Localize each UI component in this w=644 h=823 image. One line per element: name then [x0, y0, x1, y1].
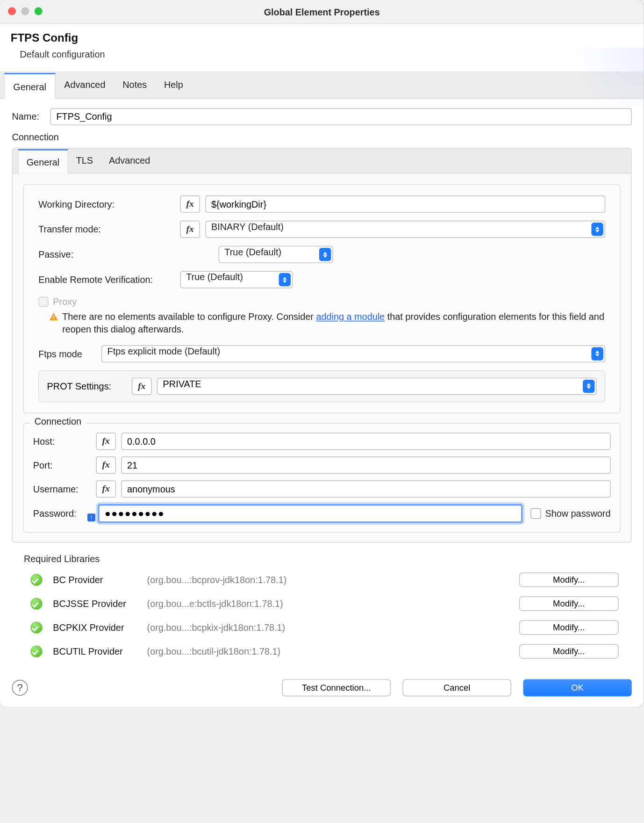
- dropdown-icon: [279, 273, 291, 286]
- fx-button-transfer[interactable]: fx: [180, 221, 200, 238]
- username-input[interactable]: [121, 480, 610, 498]
- window-close-button[interactable]: [8, 7, 16, 15]
- fx-button-prot[interactable]: fx: [132, 377, 152, 395]
- passive-value: True (Default): [219, 246, 333, 263]
- remote-verify-select[interactable]: True (Default): [180, 271, 293, 289]
- dropdown-icon: [583, 380, 595, 393]
- remote-verify-label: Enable Remote Verification:: [38, 274, 180, 285]
- test-connection-button[interactable]: Test Connection...: [282, 679, 391, 696]
- library-name: BCPKIX Provider: [53, 622, 144, 633]
- connection-section-label: Connection: [12, 132, 632, 143]
- page-heading: FTPS Config: [11, 32, 633, 45]
- library-row: BCUTIL Provider(org.bou...:bcutil-jdk18o…: [12, 639, 632, 663]
- show-password-checkbox[interactable]: [530, 508, 541, 519]
- tab-notes[interactable]: Notes: [114, 72, 156, 98]
- ok-check-icon: [30, 645, 43, 657]
- ftps-mode-label: Ftps mode: [38, 348, 101, 359]
- cancel-button[interactable]: Cancel: [403, 679, 511, 696]
- library-name: BCUTIL Provider: [53, 646, 144, 657]
- working-dir-label: Working Directory:: [38, 199, 180, 209]
- dropdown-icon: [591, 347, 603, 360]
- name-label: Name:: [12, 111, 50, 122]
- ok-check-icon: [30, 574, 43, 586]
- dropdown-icon: [591, 223, 603, 236]
- library-detail: (org.bou...:bcpkix-jdk18on:1.78.1): [147, 622, 517, 633]
- proxy-checkbox: [38, 296, 48, 306]
- tab-advanced[interactable]: Advanced: [56, 72, 114, 98]
- library-detail: (org.bou...:bcutil-jdk18on:1.78.1): [147, 646, 517, 657]
- add-module-link[interactable]: adding a module: [316, 311, 385, 322]
- prot-settings-label: PROT Settings:: [47, 381, 132, 391]
- ftps-mode-value: Ftps explicit mode (Default): [101, 345, 605, 362]
- fx-button-host[interactable]: fx: [96, 433, 116, 450]
- modify-button[interactable]: Modify...: [519, 572, 619, 587]
- info-badge-icon: i: [87, 513, 95, 521]
- connection-legend: Connection: [30, 416, 85, 427]
- transfer-mode-select[interactable]: BINARY (Default): [205, 221, 605, 238]
- warning-icon: [49, 312, 58, 321]
- window-title: Global Element Properties: [264, 6, 380, 17]
- library-name: BCJSSE Provider: [53, 598, 144, 609]
- proxy-label: Proxy: [53, 296, 77, 307]
- port-input[interactable]: [121, 456, 610, 474]
- dropdown-icon: [319, 248, 331, 261]
- help-button[interactable]: ?: [12, 680, 28, 696]
- library-row: BCJSSE Provider(org.bou...e:bctls-jdk18o…: [12, 592, 632, 615]
- ok-check-icon: [30, 621, 43, 634]
- password-label: Password:: [33, 508, 87, 519]
- fx-button-workingdir[interactable]: fx: [180, 195, 200, 213]
- library-detail: (org.bou...:bcprov-jdk18on:1.78.1): [147, 574, 517, 585]
- show-password-label: Show password: [545, 508, 610, 519]
- svg-rect-1: [53, 318, 54, 319]
- library-name: BC Provider: [53, 574, 144, 585]
- prot-settings-value: PRIVATE: [157, 377, 597, 395]
- main-tabbar: General Advanced Notes Help: [0, 72, 644, 99]
- prot-settings-select[interactable]: PRIVATE: [157, 377, 597, 395]
- remote-verify-value: True (Default): [180, 271, 293, 289]
- window-maximize-button[interactable]: [35, 7, 43, 15]
- port-label: Port:: [33, 460, 96, 470]
- passive-label: Passive:: [38, 249, 218, 260]
- proxy-warning-text: There are no elements available to confi…: [62, 311, 605, 336]
- library-row: BC Provider(org.bou...:bcprov-jdk18on:1.…: [12, 568, 632, 592]
- window-minimize-button[interactable]: [21, 7, 29, 15]
- tab-general[interactable]: General: [4, 73, 56, 99]
- working-dir-input[interactable]: [205, 195, 605, 213]
- ok-button[interactable]: OK: [523, 679, 631, 696]
- host-label: Host:: [33, 436, 96, 447]
- subtab-general[interactable]: General: [18, 149, 68, 173]
- tab-help[interactable]: Help: [156, 72, 192, 98]
- page-subheading: Default configuration: [11, 49, 633, 60]
- subtab-advanced[interactable]: Advanced: [101, 148, 158, 173]
- host-input[interactable]: [121, 433, 610, 450]
- fx-button-port[interactable]: fx: [96, 456, 116, 474]
- modify-button[interactable]: Modify...: [519, 620, 619, 635]
- library-row: BCPKIX Provider(org.bou...:bcpkix-jdk18o…: [12, 615, 632, 639]
- username-label: Username:: [33, 484, 96, 494]
- transfer-mode-label: Transfer mode:: [38, 224, 180, 235]
- modify-button[interactable]: Modify...: [519, 596, 619, 611]
- ftps-mode-select[interactable]: Ftps explicit mode (Default): [101, 345, 605, 362]
- password-input[interactable]: [98, 504, 523, 523]
- fx-button-username[interactable]: fx: [96, 480, 116, 498]
- transfer-mode-value: BINARY (Default): [205, 221, 605, 238]
- svg-rect-0: [53, 315, 54, 318]
- library-detail: (org.bou...e:bctls-jdk18on:1.78.1): [147, 598, 517, 609]
- subtab-tls[interactable]: TLS: [68, 148, 101, 173]
- required-libraries-heading: Required Libraries: [24, 553, 632, 564]
- modify-button[interactable]: Modify...: [519, 644, 619, 658]
- passive-select[interactable]: True (Default): [219, 246, 333, 263]
- ok-check-icon: [30, 598, 43, 610]
- titlebar: Global Element Properties: [0, 0, 644, 24]
- name-input[interactable]: [50, 108, 632, 125]
